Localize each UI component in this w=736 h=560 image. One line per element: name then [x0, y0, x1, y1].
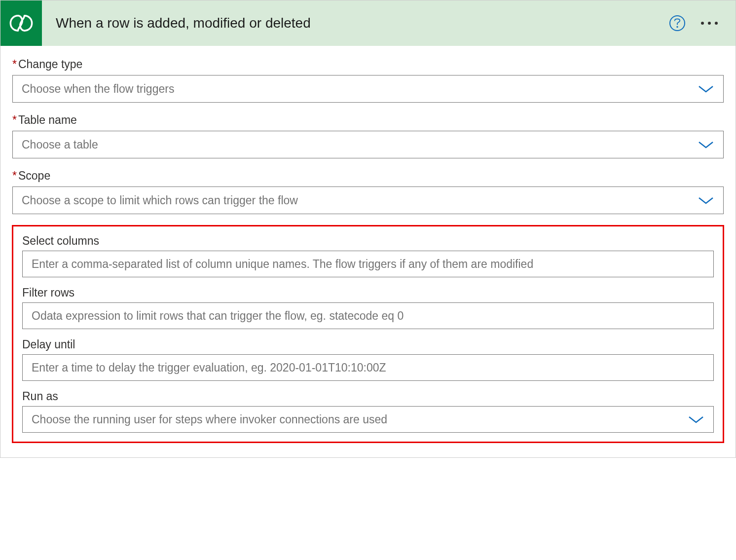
field-change-type: *Change type Choose when the flow trigge…	[12, 58, 724, 103]
delay-until-input[interactable]	[22, 354, 714, 381]
trigger-card: When a row is added, modified or deleted…	[0, 0, 736, 458]
change-type-select[interactable]: Choose when the flow triggers	[12, 75, 724, 103]
chevron-down-icon	[698, 196, 714, 205]
select-placeholder: Choose a scope to limit which rows can t…	[22, 194, 298, 207]
scope-label: *Scope	[12, 169, 724, 183]
chevron-down-icon	[698, 140, 714, 149]
required-marker: *	[12, 169, 17, 182]
field-run-as: Run as Choose the running user for steps…	[22, 390, 714, 433]
card-body: *Change type Choose when the flow trigge…	[0, 46, 736, 457]
change-type-label: *Change type	[12, 58, 724, 71]
advanced-options-highlight: Select columns Filter rows Delay until R…	[12, 225, 724, 443]
delay-until-label: Delay until	[22, 338, 714, 351]
help-icon[interactable]	[669, 15, 685, 31]
filter-rows-input[interactable]	[22, 302, 714, 329]
filter-rows-label: Filter rows	[22, 286, 714, 299]
more-menu-icon[interactable]	[697, 18, 722, 29]
table-name-label: *Table name	[12, 113, 724, 127]
scope-select[interactable]: Choose a scope to limit which rows can t…	[12, 187, 724, 214]
select-placeholder: Choose when the flow triggers	[22, 82, 174, 96]
field-filter-rows: Filter rows	[22, 286, 714, 329]
run-as-label: Run as	[22, 390, 714, 403]
card-header: When a row is added, modified or deleted	[0, 0, 736, 46]
required-marker: *	[12, 58, 17, 71]
field-scope: *Scope Choose a scope to limit which row…	[12, 169, 724, 214]
select-columns-input[interactable]	[22, 251, 714, 277]
chevron-down-icon	[698, 84, 714, 93]
field-delay-until: Delay until	[22, 338, 714, 381]
label-text: Table name	[18, 113, 77, 126]
table-name-select[interactable]: Choose a table	[12, 131, 724, 158]
select-columns-label: Select columns	[22, 234, 714, 248]
dataverse-icon	[0, 0, 42, 46]
field-select-columns: Select columns	[22, 234, 714, 277]
select-placeholder: Choose a table	[22, 138, 98, 151]
field-table-name: *Table name Choose a table	[12, 113, 724, 158]
select-placeholder: Choose the running user for steps where …	[32, 413, 387, 426]
label-text: Scope	[18, 169, 50, 182]
label-text: Change type	[18, 58, 82, 71]
required-marker: *	[12, 113, 17, 126]
card-title: When a row is added, modified or deleted	[42, 15, 669, 31]
chevron-down-icon	[688, 415, 704, 424]
run-as-select[interactable]: Choose the running user for steps where …	[22, 406, 714, 433]
